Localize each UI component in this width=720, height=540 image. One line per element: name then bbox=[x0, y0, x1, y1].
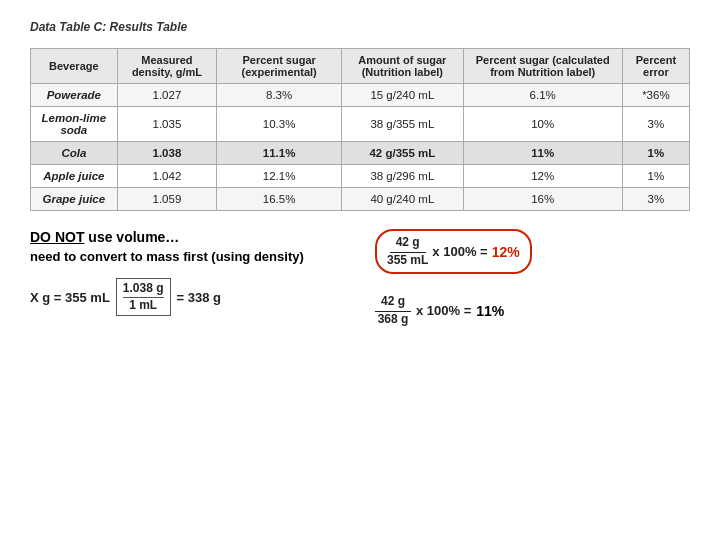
do-not-text: DO NOT use volume… bbox=[30, 229, 345, 245]
table-row: Grape juice 1.059 16.5% 40 g/240 mL 16% … bbox=[31, 188, 690, 211]
cell-pct-error: 3% bbox=[622, 188, 689, 211]
red-oval: 42 g 355 mL x 100% = 12% bbox=[375, 229, 532, 274]
cell-beverage: Grape juice bbox=[31, 188, 118, 211]
convert-text: need to convert to mass first (using den… bbox=[30, 249, 345, 264]
cell-beverage: Powerade bbox=[31, 84, 118, 107]
table-row: Powerade 1.027 8.3% 15 g/240 mL 6.1% *36… bbox=[31, 84, 690, 107]
page-title: Data Table C: Results Table bbox=[30, 20, 690, 34]
cell-beverage: Cola bbox=[31, 142, 118, 165]
formula-line: X g = 355 mL 1.038 g 1 mL = 338 g bbox=[30, 278, 345, 316]
cell-beverage: Lemon-lime soda bbox=[31, 107, 118, 142]
cell-pct-calc: 16% bbox=[463, 188, 622, 211]
cell-pct-exp: 8.3% bbox=[217, 84, 342, 107]
table-row: Lemon-lime soda 1.035 10.3% 38 g/355 mL … bbox=[31, 107, 690, 142]
cell-density: 1.059 bbox=[117, 188, 217, 211]
cell-density: 1.042 bbox=[117, 165, 217, 188]
results-table: Beverage Measured density, g/mL Percent … bbox=[30, 48, 690, 211]
cell-amount-sugar: 42 g/355 mL bbox=[342, 142, 464, 165]
cell-pct-exp: 16.5% bbox=[217, 188, 342, 211]
table-row: Apple juice 1.042 12.1% 38 g/296 mL 12% … bbox=[31, 165, 690, 188]
cell-density: 1.027 bbox=[117, 84, 217, 107]
col-pct-exp: Percent sugar (experimental) bbox=[217, 49, 342, 84]
cell-pct-exp: 11.1% bbox=[217, 142, 342, 165]
cell-pct-exp: 10.3% bbox=[217, 107, 342, 142]
cell-density: 1.035 bbox=[117, 107, 217, 142]
right-fraction: 42 g 368 g bbox=[375, 294, 411, 327]
cell-pct-calc: 12% bbox=[463, 165, 622, 188]
left-bottom: DO NOT use volume… need to convert to ma… bbox=[30, 229, 345, 316]
col-density: Measured density, g/mL bbox=[117, 49, 217, 84]
col-amount-sugar: Amount of sugar (Nutrition label) bbox=[342, 49, 464, 84]
bottom-section: DO NOT use volume… need to convert to ma… bbox=[30, 229, 690, 327]
fraction-box: 1.038 g 1 mL bbox=[116, 278, 171, 316]
cell-amount-sugar: 38 g/355 mL bbox=[342, 107, 464, 142]
oval-fraction: 42 g 355 mL bbox=[387, 235, 428, 268]
cell-pct-error: 3% bbox=[622, 107, 689, 142]
cell-pct-exp: 12.1% bbox=[217, 165, 342, 188]
cell-amount-sugar: 15 g/240 mL bbox=[342, 84, 464, 107]
cell-beverage: Apple juice bbox=[31, 165, 118, 188]
cell-pct-error: 1% bbox=[622, 165, 689, 188]
cell-pct-error: 1% bbox=[622, 142, 689, 165]
cell-pct-calc: 10% bbox=[463, 107, 622, 142]
cell-pct-error: *36% bbox=[622, 84, 689, 107]
table-row: Cola 1.038 11.1% 42 g/355 mL 11% 1% bbox=[31, 142, 690, 165]
col-pct-calc: Percent sugar (calculated from Nutrition… bbox=[463, 49, 622, 84]
cell-density: 1.038 bbox=[117, 142, 217, 165]
cell-amount-sugar: 38 g/296 mL bbox=[342, 165, 464, 188]
right-bottom: 42 g 355 mL x 100% = 12% 42 g 368 g x 10… bbox=[375, 229, 690, 327]
right-formula: 42 g 368 g x 100% = 11% bbox=[375, 294, 690, 327]
col-beverage: Beverage bbox=[31, 49, 118, 84]
cell-amount-sugar: 40 g/240 mL bbox=[342, 188, 464, 211]
col-pct-error: Percent error bbox=[622, 49, 689, 84]
cell-pct-calc: 11% bbox=[463, 142, 622, 165]
cell-pct-calc: 6.1% bbox=[463, 84, 622, 107]
